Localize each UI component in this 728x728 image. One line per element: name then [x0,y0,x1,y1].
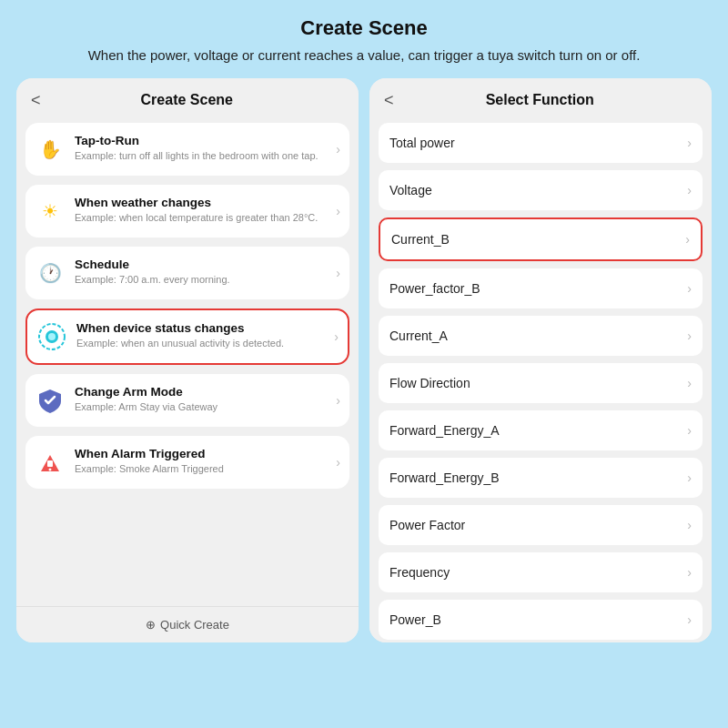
arm-mode-arrow: › [336,393,340,408]
func-item-power-factor-b[interactable]: Power_factor_B › [379,268,703,308]
func-item-current-a[interactable]: Current_A › [379,316,703,356]
quick-create-icon: ⊕ [146,618,156,632]
device-status-desc: Example: when an unusual activity is det… [76,337,330,350]
shield-icon [35,385,66,416]
alarm-arrow: › [336,455,340,470]
func-item-frequency[interactable]: Frequency › [379,552,703,592]
power-factor-arrow: › [687,518,692,532]
scene-item-tap-to-run[interactable]: ✋ Tap-to-Run Example: turn off all light… [25,123,349,176]
func-item-forward-energy-b[interactable]: Forward_Energy_B › [379,458,703,498]
alarm-desc: Example: Smoke Alarm Triggered [75,462,332,476]
right-back-button[interactable]: < [384,91,394,110]
scene-item-alarm[interactable]: When Alarm Triggered Example: Smoke Alar… [25,436,349,489]
right-panel-body: Total power › Voltage › Current_B › Powe… [369,119,712,642]
forward-energy-a-arrow: › [687,423,692,438]
flow-direction-arrow: › [687,376,692,390]
frequency-arrow: › [687,565,692,580]
schedule-desc: Example: 7:00 a.m. every morning. [75,273,332,287]
scene-item-device-status[interactable]: When device status changes Example: when… [25,308,349,365]
device-status-title: When device status changes [76,321,330,335]
tap-to-run-desc: Example: turn off all lights in the bedr… [75,149,332,163]
current-b-arrow: › [685,232,690,247]
total-power-label: Total power [389,136,687,150]
func-item-flow-direction[interactable]: Flow Direction › [379,363,703,403]
right-panel: < Select Function Total power › Voltage … [369,78,712,642]
device-status-arrow: › [334,329,339,344]
schedule-title: Schedule [75,258,332,271]
scene-item-weather[interactable]: ☀ When weather changes Example: when loc… [25,185,349,238]
total-power-arrow: › [687,136,692,150]
left-panel-header: < Create Scene [16,78,359,119]
forward-energy-b-arrow: › [687,470,692,485]
hand-icon: ✋ [35,134,66,165]
current-b-label: Current_B [391,232,685,247]
voltage-arrow: › [687,183,692,197]
page-title: Create Scene [36,16,692,40]
weather-desc: Example: when local temperature is great… [75,211,332,225]
scene-item-arm-mode[interactable]: Change Arm Mode Example: Arm Stay via Ga… [25,374,349,427]
func-item-current-b[interactable]: Current_B › [379,217,703,261]
func-item-power-factor[interactable]: Power Factor › [379,505,703,545]
sun-icon: ☀ [35,196,66,227]
current-a-arrow: › [687,329,692,343]
svg-point-4 [49,468,52,470]
quick-create-button[interactable]: ⊕ Quick Create [27,618,348,632]
left-panel-title: Create Scene [48,92,326,108]
left-panel: < Create Scene ✋ Tap-to-Run Example: tur… [16,78,359,642]
alarm-title: When Alarm Triggered [75,447,332,460]
svg-rect-3 [47,460,53,467]
func-item-total-power[interactable]: Total power › [379,123,703,163]
left-panel-body: ✋ Tap-to-Run Example: turn off all light… [16,119,359,606]
clock-icon: 🕐 [35,258,66,288]
quick-create-label: Quick Create [160,618,229,632]
panels-row: < Create Scene ✋ Tap-to-Run Example: tur… [0,78,728,642]
forward-energy-b-label: Forward_Energy_B [389,470,687,485]
right-panel-title: Select Function [401,92,679,108]
svg-point-2 [48,333,56,340]
flow-direction-label: Flow Direction [389,376,687,390]
weather-title: When weather changes [75,196,332,209]
arm-mode-desc: Example: Arm Stay via Gateway [75,400,332,414]
power-factor-b-arrow: › [687,281,692,296]
left-back-button[interactable]: < [31,91,41,110]
power-factor-b-label: Power_factor_B [389,281,687,296]
alarm-icon [35,447,66,478]
func-item-forward-energy-a[interactable]: Forward_Energy_A › [379,410,703,450]
current-a-label: Current_A [389,329,687,343]
top-text-section: Create Scene When the power, voltage or … [0,0,728,78]
tap-to-run-arrow: › [336,142,340,157]
right-panel-header: < Select Function [369,78,712,119]
schedule-arrow: › [336,266,340,280]
arm-mode-title: Change Arm Mode [75,385,332,399]
scene-item-schedule[interactable]: 🕐 Schedule Example: 7:00 a.m. every morn… [25,247,349,299]
left-panel-footer: ⊕ Quick Create [16,606,359,642]
func-item-power-b[interactable]: Power_B › [379,600,703,640]
tap-to-run-title: Tap-to-Run [75,134,332,147]
device-status-icon [36,321,67,352]
power-factor-label: Power Factor [389,518,687,532]
power-b-label: Power_B [389,612,687,627]
func-item-voltage[interactable]: Voltage › [379,170,703,210]
voltage-label: Voltage [389,183,687,197]
power-b-arrow: › [687,612,692,627]
weather-arrow: › [336,204,340,218]
frequency-label: Frequency [389,565,687,580]
page-subtitle: When the power, voltage or current reach… [36,46,692,66]
forward-energy-a-label: Forward_Energy_A [389,423,687,438]
